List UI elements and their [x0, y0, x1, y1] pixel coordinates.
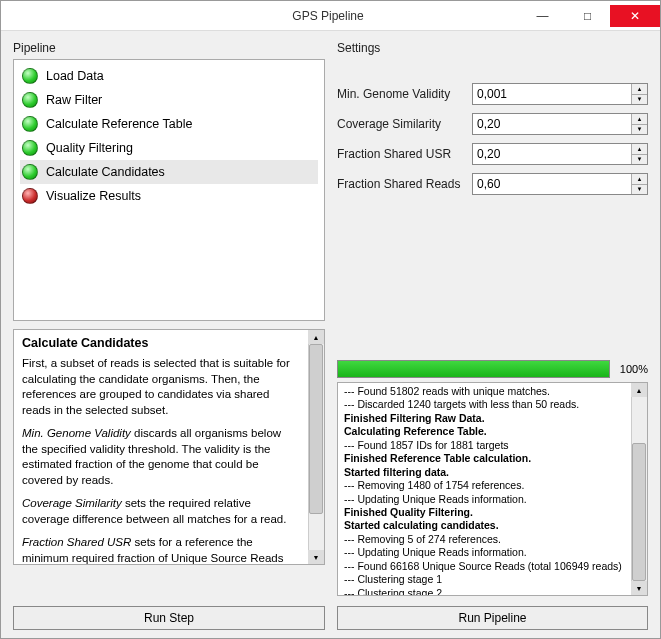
log-line: Started filtering data. [344, 466, 627, 479]
settings-panel: Min. Genome Validity▲▼Coverage Similarit… [337, 59, 648, 203]
log-line: --- Removing 5 of 274 references. [344, 533, 627, 546]
status-done-icon [22, 164, 38, 180]
description-text: Coverage Similarity sets the required re… [22, 496, 300, 527]
window-title: GPS Pipeline [136, 9, 520, 23]
description-text: Min. Genome Validity discards all organi… [22, 426, 300, 488]
settings-panel-label: Settings [337, 41, 648, 55]
scroll-up-icon[interactable]: ▲ [631, 383, 647, 397]
maximize-button[interactable]: □ [565, 5, 610, 27]
description-scrollbar[interactable]: ▲ ▼ [308, 330, 324, 564]
log-line: --- Found 1857 IDs for 1881 targets [344, 439, 627, 452]
setting-input[interactable] [473, 144, 631, 164]
close-button[interactable]: ✕ [610, 5, 660, 27]
log-line: --- Clustering stage 1 [344, 573, 627, 586]
titlebar: GPS Pipeline — □ ✕ [1, 1, 660, 31]
setting-input[interactable] [473, 174, 631, 194]
status-done-icon [22, 92, 38, 108]
run-pipeline-button[interactable]: Run Pipeline [337, 606, 648, 630]
pipeline-item-label: Visualize Results [46, 189, 141, 203]
pipeline-item[interactable]: Calculate Reference Table [20, 112, 318, 136]
log-line: --- Updating Unique Reads information. [344, 546, 627, 559]
log-line: Finished Quality Filtering. [344, 506, 627, 519]
pipeline-item[interactable]: Calculate Candidates [20, 160, 318, 184]
setting-label: Fraction Shared USR [337, 147, 472, 161]
log-line: Finished Reference Table calculation. [344, 452, 627, 465]
log-line: --- Found 51802 reads with unique matche… [344, 385, 627, 398]
pipeline-panel-label: Pipeline [13, 41, 325, 55]
setting-row: Fraction Shared USR▲▼ [337, 143, 648, 165]
pipeline-item-label: Load Data [46, 69, 104, 83]
log-line: Finished Filtering Raw Data. [344, 412, 627, 425]
setting-spinner[interactable]: ▲▼ [472, 173, 648, 195]
progress-fill [338, 361, 609, 377]
log-line: --- Removing 1480 of 1754 references. [344, 479, 627, 492]
log-line: Calculating Reference Table. [344, 425, 627, 438]
spinner-up-icon[interactable]: ▲ [632, 174, 647, 185]
description-text: First, a subset of reads is selected tha… [22, 356, 300, 418]
description-panel: Calculate Candidates First, a subset of … [13, 329, 325, 565]
scroll-thumb[interactable] [632, 443, 646, 581]
pipeline-list: Load DataRaw FilterCalculate Reference T… [13, 59, 325, 321]
description-text: Fraction Shared USR sets for a reference… [22, 535, 300, 565]
app-window: GPS Pipeline — □ ✕ Pipeline Load DataRaw… [0, 0, 661, 639]
log-line: --- Clustering stage 2 [344, 587, 627, 596]
status-done-icon [22, 68, 38, 84]
progress-percent: 100% [614, 363, 648, 375]
pipeline-item[interactable]: Raw Filter [20, 88, 318, 112]
setting-label: Coverage Similarity [337, 117, 472, 131]
setting-row: Coverage Similarity▲▼ [337, 113, 648, 135]
spinner-down-icon[interactable]: ▼ [632, 155, 647, 165]
log-scrollbar[interactable]: ▲ ▼ [631, 383, 647, 595]
log-line: --- Discarded 1240 targets with less tha… [344, 398, 627, 411]
log-line: --- Found 66168 Unique Source Reads (tot… [344, 560, 627, 573]
setting-label: Fraction Shared Reads [337, 177, 472, 191]
setting-spinner[interactable]: ▲▼ [472, 143, 648, 165]
log-line: Started calculating candidates. [344, 519, 627, 532]
pipeline-item[interactable]: Quality Filtering [20, 136, 318, 160]
status-done-icon [22, 116, 38, 132]
log-panel: --- Found 51802 reads with unique matche… [337, 382, 648, 596]
setting-row: Min. Genome Validity▲▼ [337, 83, 648, 105]
scroll-down-icon[interactable]: ▼ [631, 581, 647, 595]
pipeline-item-label: Calculate Candidates [46, 165, 165, 179]
minimize-button[interactable]: — [520, 5, 565, 27]
scroll-down-icon[interactable]: ▼ [308, 550, 324, 564]
spinner-down-icon[interactable]: ▼ [632, 125, 647, 135]
pipeline-item-label: Quality Filtering [46, 141, 133, 155]
spinner-up-icon[interactable]: ▲ [632, 144, 647, 155]
spinner-up-icon[interactable]: ▲ [632, 84, 647, 95]
setting-spinner[interactable]: ▲▼ [472, 83, 648, 105]
scroll-thumb[interactable] [309, 344, 323, 514]
spinner-up-icon[interactable]: ▲ [632, 114, 647, 125]
status-done-icon [22, 140, 38, 156]
progress-row: 100% [337, 360, 648, 378]
scroll-up-icon[interactable]: ▲ [308, 330, 324, 344]
spinner-down-icon[interactable]: ▼ [632, 185, 647, 195]
pipeline-item[interactable]: Load Data [20, 64, 318, 88]
pipeline-item[interactable]: Visualize Results [20, 184, 318, 208]
log-line: --- Updating Unique Reads information. [344, 493, 627, 506]
run-step-button[interactable]: Run Step [13, 606, 325, 630]
pipeline-item-label: Raw Filter [46, 93, 102, 107]
pipeline-item-label: Calculate Reference Table [46, 117, 192, 131]
setting-row: Fraction Shared Reads▲▼ [337, 173, 648, 195]
progress-bar [337, 360, 610, 378]
setting-input[interactable] [473, 114, 631, 134]
description-title: Calculate Candidates [22, 336, 300, 350]
spinner-down-icon[interactable]: ▼ [632, 95, 647, 105]
setting-input[interactable] [473, 84, 631, 104]
setting-label: Min. Genome Validity [337, 87, 472, 101]
status-pending-icon [22, 188, 38, 204]
setting-spinner[interactable]: ▲▼ [472, 113, 648, 135]
